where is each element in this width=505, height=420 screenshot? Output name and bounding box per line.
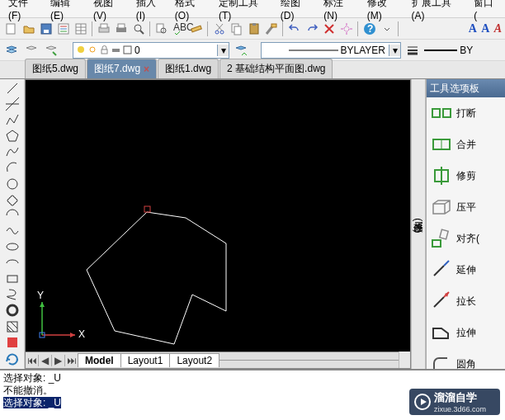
dropdown-icon[interactable]	[379, 21, 395, 37]
erase-icon[interactable]	[321, 21, 337, 37]
nav-next-icon[interactable]: ▶	[52, 355, 65, 366]
watermark-badge: 溜溜自学 zixue.3d66.com	[409, 389, 500, 415]
svg-point-52	[7, 243, 18, 250]
spline2-icon[interactable]	[3, 224, 21, 238]
xline-icon[interactable]	[3, 97, 21, 111]
palette-item-join[interactable]: 合并	[427, 129, 505, 160]
palette-item-fillet[interactable]: 圆角	[427, 348, 505, 369]
revcloud-icon[interactable]	[3, 192, 21, 207]
linetype-combo[interactable]: BYLAYER ▾	[261, 42, 401, 59]
sun-icon	[88, 45, 97, 54]
text-style-a3[interactable]: A	[494, 22, 502, 35]
arc2-icon[interactable]	[3, 208, 21, 223]
line-icon[interactable]	[3, 81, 21, 96]
palette-item-extend[interactable]: 延伸	[427, 254, 505, 286]
drawing-canvas[interactable]: X Y	[26, 80, 410, 352]
layer-states-icon[interactable]	[43, 42, 59, 59]
svg-rect-29	[271, 24, 276, 27]
helix-icon[interactable]	[3, 287, 21, 302]
gradient-icon[interactable]	[3, 335, 21, 350]
cut-icon[interactable]	[211, 21, 228, 37]
close-icon[interactable]: ×	[144, 64, 149, 75]
circle-icon[interactable]	[3, 176, 21, 191]
nav-last-icon[interactable]: ⏭	[65, 355, 78, 366]
nav-first-icon[interactable]: ⏮	[26, 355, 39, 366]
paste-icon[interactable]	[246, 21, 262, 37]
tool-palette: 工具选项板 打断 合并 修剪 压平 对齐( 延伸 拉长 拉伸 圆角	[426, 79, 505, 369]
svg-rect-68	[443, 109, 451, 117]
polyline-shape	[87, 212, 226, 344]
linetype2-value: BY	[460, 45, 473, 56]
layer-combo[interactable]: 0 ▾	[73, 42, 229, 59]
svg-point-21	[215, 31, 219, 34]
new-icon[interactable]	[3, 21, 20, 37]
help-icon[interactable]: ?	[361, 21, 378, 37]
svg-line-76	[444, 261, 449, 266]
watermark-url: zixue.3d66.com	[434, 405, 486, 413]
pline-icon[interactable]	[3, 112, 21, 127]
layer-name: 0	[135, 45, 140, 56]
palette-item-stretch[interactable]: 拉伸	[427, 317, 505, 348]
preview-icon[interactable]	[130, 21, 147, 37]
refresh-icon[interactable]	[3, 351, 21, 369]
rect-icon[interactable]	[3, 271, 21, 286]
print-icon[interactable]	[113, 21, 130, 37]
measure-icon[interactable]	[188, 21, 205, 37]
ellipse-icon[interactable]	[3, 239, 21, 254]
svg-rect-12	[101, 24, 107, 28]
chevron-down-icon[interactable]: ▾	[217, 45, 229, 56]
menu-window[interactable]: 窗口(	[469, 0, 502, 23]
find-icon[interactable]	[153, 21, 170, 37]
svg-line-75	[434, 266, 444, 276]
palette-item-align[interactable]: 对齐(	[427, 223, 505, 254]
hatch-icon[interactable]	[3, 319, 21, 334]
chevron-down-icon[interactable]: ▾	[389, 45, 400, 56]
nav-prev-icon[interactable]: ◀	[39, 355, 52, 366]
layer-prev-icon[interactable]	[23, 42, 40, 59]
grip-point[interactable]	[144, 206, 150, 212]
donut-icon[interactable]	[3, 303, 21, 318]
doc-tab[interactable]: 图纸1.dwg	[158, 59, 219, 78]
copy-icon[interactable]	[229, 21, 245, 37]
svg-point-38	[90, 47, 95, 52]
plot-icon[interactable]	[96, 21, 112, 37]
layer-color-icon	[123, 45, 132, 54]
palette-item-lengthen[interactable]: 拉长	[427, 286, 505, 317]
arc-icon[interactable]	[3, 160, 21, 175]
spell-icon[interactable]: ABC	[171, 21, 187, 37]
doc-tab[interactable]: 2 基础结构平面图.dwg	[219, 59, 333, 78]
palette-item-flatten[interactable]: 压平	[427, 191, 505, 223]
layout-tab[interactable]: Layout1	[120, 353, 171, 367]
document-tabs: 图纸5.dwg 图纸7.dwg× 图纸1.dwg 2 基础结构平面图.dwg	[0, 61, 505, 79]
linetype-value: BYLAYER	[341, 45, 385, 56]
open-icon[interactable]	[21, 21, 37, 37]
redo-icon[interactable]	[304, 21, 320, 37]
layer-manager-icon[interactable]	[3, 42, 20, 59]
spline-icon[interactable]	[3, 144, 21, 159]
burst-icon[interactable]	[338, 21, 355, 37]
palette-item-trim[interactable]: 修剪	[427, 160, 505, 191]
layer-match-icon[interactable]	[233, 42, 249, 59]
plot-flag-icon	[111, 45, 120, 54]
lineweight-icon[interactable]	[404, 42, 421, 59]
svg-rect-73	[432, 240, 441, 247]
doc-tab[interactable]: 图纸5.dwg	[25, 59, 86, 78]
menu-ext[interactable]: 扩展工具(A)	[407, 0, 470, 23]
calc-icon[interactable]	[55, 21, 72, 37]
strip-modify[interactable]: 修改 (M)	[411, 210, 425, 238]
bulb-on-icon	[77, 45, 86, 54]
layout-tab[interactable]: Layout2	[169, 353, 219, 367]
palette-item-break[interactable]: 打断	[427, 97, 505, 129]
svg-line-23	[217, 24, 223, 31]
table-icon[interactable]	[73, 21, 89, 37]
undo-icon[interactable]	[286, 21, 303, 37]
ellipse-arc-icon[interactable]	[3, 256, 21, 271]
match-icon[interactable]	[263, 21, 280, 37]
polygon-icon[interactable]	[3, 129, 21, 144]
text-style-a1[interactable]: A	[469, 22, 477, 35]
palette-tabs-strip: 修改 (M) 查询 三维动态观察 绘图	[411, 79, 426, 369]
doc-tab-active[interactable]: 图纸7.dwg×	[87, 59, 157, 78]
save-icon[interactable]	[38, 21, 54, 37]
layout-tab-model[interactable]: Model	[78, 353, 121, 367]
text-style-a2[interactable]: A	[481, 22, 489, 35]
